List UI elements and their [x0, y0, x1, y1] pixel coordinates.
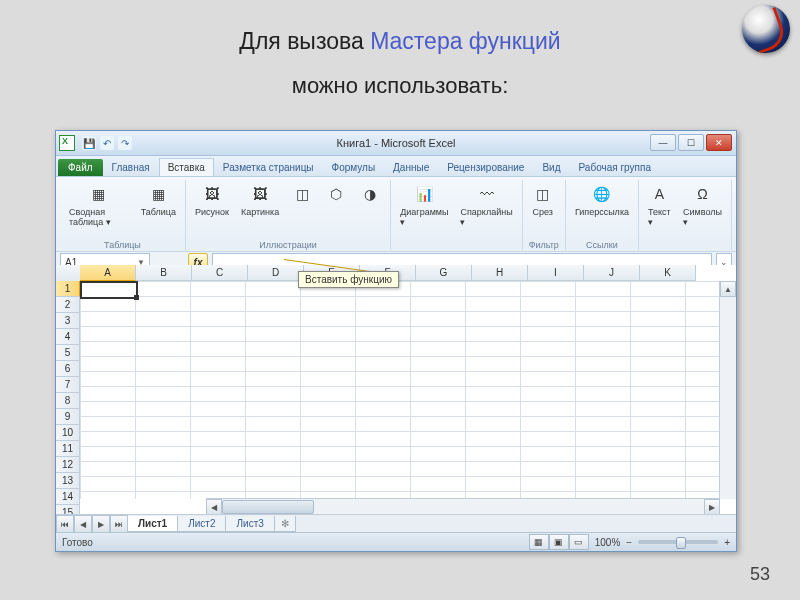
- vertical-scrollbar[interactable]: ▲: [719, 281, 736, 499]
- qat-save-icon[interactable]: 💾: [82, 136, 96, 150]
- row-header[interactable]: 7: [56, 377, 80, 393]
- row-header[interactable]: 13: [56, 473, 80, 489]
- select-all-corner[interactable]: [56, 265, 81, 282]
- h-scroll-thumb[interactable]: [222, 500, 314, 514]
- sheet-tab[interactable]: Лист2: [177, 516, 226, 532]
- ribbon-button-icon: 🌐: [591, 183, 613, 205]
- ribbon-tab[interactable]: Главная: [103, 158, 159, 176]
- window-titlebar[interactable]: 💾 ↶ ↷ Книга1 - Microsoft Excel — ☐ ✕: [56, 131, 736, 156]
- spreadsheet-grid[interactable]: ABCDEFGHIJK 1234567891011121314151617 ▲ …: [56, 265, 736, 515]
- row-header[interactable]: 14: [56, 489, 80, 505]
- ribbon-button[interactable]: 🖼Рисунок: [192, 180, 232, 220]
- row-header[interactable]: 10: [56, 425, 80, 441]
- qat-undo-icon[interactable]: ↶: [100, 136, 114, 150]
- column-header[interactable]: I: [528, 265, 584, 281]
- ribbon-button[interactable]: 📊Диаграммы ▾: [397, 180, 451, 230]
- sheet-tab[interactable]: Лист1: [127, 516, 178, 532]
- ribbon-button-icon: 📊: [413, 183, 435, 205]
- ribbon-group: ◫СрезФильтр: [523, 180, 566, 250]
- ribbon-button-icon: ◫: [291, 183, 313, 205]
- zoom-in-button[interactable]: +: [724, 537, 730, 548]
- view-mode-button[interactable]: ▭: [569, 534, 589, 550]
- ribbon-button[interactable]: ▦Сводная таблица ▾: [66, 180, 132, 230]
- scroll-left-button[interactable]: ◀: [206, 499, 222, 515]
- maximize-button[interactable]: ☐: [678, 134, 704, 151]
- ribbon-button[interactable]: AТекст ▾: [645, 180, 674, 230]
- sheet-nav-button[interactable]: ▶: [92, 515, 110, 533]
- column-header[interactable]: A: [80, 265, 136, 281]
- ribbon-button-icon: 〰: [476, 183, 498, 205]
- quick-access-toolbar: 💾 ↶ ↷: [82, 136, 132, 150]
- close-button[interactable]: ✕: [706, 134, 732, 151]
- ribbon-group: AТекст ▾ΩСимволы ▾: [639, 180, 732, 250]
- row-header[interactable]: 2: [56, 297, 80, 313]
- new-sheet-button[interactable]: ✻: [274, 516, 296, 532]
- ribbon-button[interactable]: ◫Срез: [529, 180, 557, 220]
- view-mode-button[interactable]: ▣: [549, 534, 569, 550]
- view-mode-button[interactable]: ▦: [529, 534, 549, 550]
- ribbon-button[interactable]: 🖼Картинка: [238, 180, 282, 220]
- sheet-nav-button[interactable]: ⏭: [110, 515, 128, 533]
- sheet-tab[interactable]: Лист3: [225, 516, 274, 532]
- ribbon-tab[interactable]: Данные: [384, 158, 438, 176]
- ribbon-button-label: Срез: [532, 207, 552, 217]
- row-header[interactable]: 11: [56, 441, 80, 457]
- slide-title-prefix: Для вызова: [239, 28, 370, 54]
- h-scroll-track[interactable]: [222, 500, 704, 514]
- ribbon-button[interactable]: ΩСимволы ▾: [680, 180, 725, 230]
- column-header[interactable]: G: [416, 265, 472, 281]
- column-header[interactable]: H: [472, 265, 528, 281]
- ribbon-tab[interactable]: Разметка страницы: [214, 158, 323, 176]
- ribbon-button[interactable]: 〰Спарклайны ▾: [457, 180, 515, 230]
- column-header[interactable]: B: [136, 265, 192, 281]
- ribbon-button-icon: 🖼: [249, 183, 271, 205]
- sheet-nav-button[interactable]: ⏮: [56, 515, 74, 533]
- status-bar: Готово ▦▣▭ 100% − +: [56, 532, 736, 551]
- column-header[interactable]: D: [248, 265, 304, 281]
- ribbon-button-label: Картинка: [241, 207, 279, 217]
- column-header[interactable]: C: [192, 265, 248, 281]
- ribbon-button-icon: ▦: [147, 183, 169, 205]
- ribbon-button[interactable]: 🌐Гиперссылка: [572, 180, 632, 220]
- row-header[interactable]: 4: [56, 329, 80, 345]
- qat-redo-icon[interactable]: ↷: [118, 136, 132, 150]
- ribbon-tab[interactable]: Формулы: [323, 158, 385, 176]
- excel-app-icon: [59, 135, 75, 151]
- sheet-nav-button[interactable]: ◀: [74, 515, 92, 533]
- page-number: 53: [750, 564, 770, 585]
- column-header[interactable]: K: [640, 265, 696, 281]
- ribbon-button[interactable]: ◑: [356, 180, 384, 208]
- ribbon-button-icon: ⬡: [325, 183, 347, 205]
- active-cell[interactable]: [80, 281, 138, 299]
- ribbon-button-icon: ◫: [532, 183, 554, 205]
- row-header[interactable]: 8: [56, 393, 80, 409]
- row-header[interactable]: 1: [56, 281, 80, 297]
- insert-function-tooltip: Вставить функцию: [298, 271, 399, 288]
- ribbon-button[interactable]: ◫: [288, 180, 316, 208]
- ribbon-button-icon: A: [649, 183, 671, 205]
- cells-area[interactable]: [80, 281, 720, 499]
- file-tab[interactable]: Файл: [58, 159, 103, 176]
- minimize-button[interactable]: —: [650, 134, 676, 151]
- ribbon-button[interactable]: ▦Таблица: [138, 180, 179, 220]
- slide-subtitle: можно использовать:: [0, 73, 800, 99]
- zoom-out-button[interactable]: −: [626, 537, 632, 548]
- row-header[interactable]: 3: [56, 313, 80, 329]
- ribbon-button-label: Рисунок: [195, 207, 229, 217]
- scroll-right-button[interactable]: ▶: [704, 499, 720, 515]
- zoom-slider[interactable]: [638, 540, 718, 544]
- row-header[interactable]: 6: [56, 361, 80, 377]
- ribbon-tab[interactable]: Рабочая группа: [570, 158, 660, 176]
- horizontal-scrollbar[interactable]: ◀ ▶: [206, 498, 720, 515]
- ribbon-tab[interactable]: Вид: [533, 158, 569, 176]
- ribbon-button[interactable]: ⬡: [322, 180, 350, 208]
- column-header[interactable]: J: [584, 265, 640, 281]
- column-headers: ABCDEFGHIJK: [80, 265, 720, 281]
- zoom-value: 100%: [595, 537, 621, 548]
- ribbon-tab[interactable]: Рецензирование: [438, 158, 533, 176]
- row-header[interactable]: 5: [56, 345, 80, 361]
- row-header[interactable]: 9: [56, 409, 80, 425]
- row-header[interactable]: 12: [56, 457, 80, 473]
- ribbon-tab[interactable]: Вставка: [159, 158, 214, 176]
- scroll-up-button[interactable]: ▲: [720, 281, 736, 297]
